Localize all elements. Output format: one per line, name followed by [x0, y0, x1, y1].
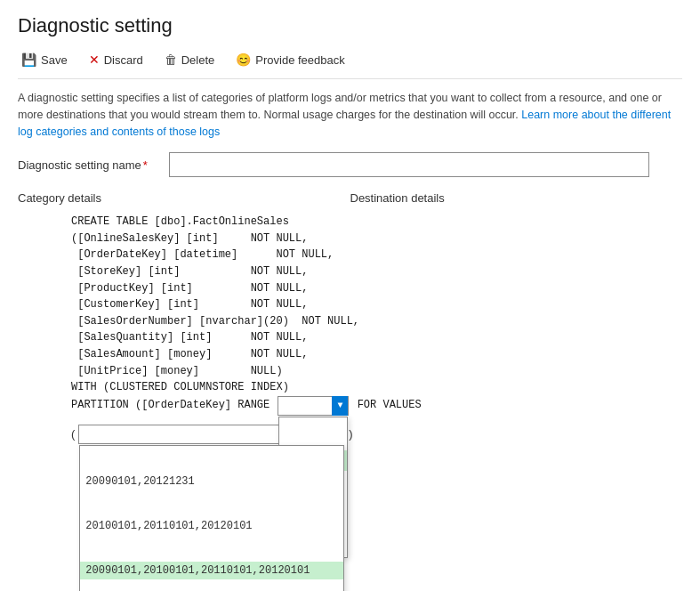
code-line-6: [CustomerKey] [int] NOT NULL,: [71, 296, 629, 313]
partition-line: PARTITION ([OrderDateKey] RANGE ▼ RIGHT …: [71, 396, 629, 416]
save-label: Save: [41, 53, 68, 67]
code-line-2: ([OnlineSalesKey] [int] NOT NULL,: [71, 231, 629, 247]
discard-button[interactable]: ✕ Discard: [85, 50, 147, 69]
delete-label: Delete: [181, 53, 215, 67]
code-line-11: WITH (CLUSTERED COLUMNSTORE INDEX): [71, 379, 629, 396]
name-label-text: Diagnostic setting name: [18, 158, 141, 172]
section-headers: Category details Destination details: [18, 191, 682, 205]
name-field-row: Diagnostic setting name*: [18, 152, 682, 177]
diagnostic-name-input[interactable]: [169, 152, 649, 177]
category-details-header: Category details: [18, 191, 350, 205]
values-option-2[interactable]: 20100101,20110101,20120101: [80, 517, 343, 535]
delete-icon: 🗑: [165, 53, 177, 67]
toolbar: 💾 Save ✕ Discard 🗑 Delete 😊 Provide feed…: [18, 50, 682, 79]
save-icon: 💾: [21, 53, 36, 67]
discard-label: Discard: [104, 53, 143, 67]
code-line-7: [SalesOrderNumber] [nvarchar](20) NOT NU…: [71, 313, 629, 330]
feedback-label: Provide feedback: [255, 53, 344, 67]
destination-details-header: Destination details: [350, 191, 683, 205]
code-area: CREATE TABLE [dbo].FactOnlineSales ([Onl…: [18, 214, 682, 416]
code-line-3: [OrderDateKey] [datetime] NOT NULL,: [71, 247, 629, 263]
feedback-button[interactable]: 😊 Provide feedback: [232, 50, 348, 69]
description-text: A diagnostic setting specifies a list of…: [18, 90, 676, 140]
range-dropdown-arrow[interactable]: ▼: [332, 396, 348, 416]
values-dropdown-list: 20090101,20121231 20100101,20110101,2012…: [79, 445, 344, 591]
partition-suffix: FOR VALUES: [350, 397, 421, 414]
code-line-1: CREATE TABLE [dbo].FactOnlineSales: [71, 214, 629, 231]
page-title: Diagnostic setting: [18, 14, 682, 37]
code-line-4: [StoreKey] [int] NOT NULL,: [71, 263, 629, 280]
save-button[interactable]: 💾 Save: [18, 50, 71, 69]
name-label: Diagnostic setting name*: [18, 158, 169, 172]
range-dropdown[interactable]: ▼ RIGHT LEFT: [278, 396, 349, 416]
code-line-10: [UnitPrice] [money] NULL): [71, 363, 629, 380]
code-line-9: [SalesAmount] [money] NOT NULL,: [71, 346, 629, 363]
code-line-5: [ProductKey] [int] NOT NULL,: [71, 280, 629, 297]
values-option-3[interactable]: 20090101,20100101,20110101,20120101: [80, 562, 343, 579]
feedback-icon: 😊: [236, 53, 251, 67]
required-indicator: *: [143, 158, 148, 172]
values-suffix: ): [349, 427, 352, 441]
discard-icon: ✕: [89, 53, 100, 67]
code-line-8: [SalesQuantity] [int] NOT NULL,: [71, 329, 629, 346]
delete-button[interactable]: 🗑 Delete: [161, 50, 219, 69]
values-prefix: (: [71, 427, 75, 441]
values-line: ( ▼ 20090101,20121231 20100101,20110101,…: [18, 425, 682, 444]
partition-prefix: PARTITION ([OrderDateKey] RANGE: [71, 397, 276, 414]
values-option-1[interactable]: 20090101,20121231: [80, 473, 343, 490]
